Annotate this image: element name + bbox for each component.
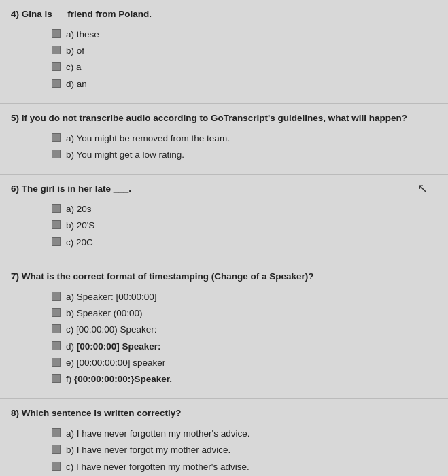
- question-8-text: 8) Which sentence is written correctly?: [11, 407, 437, 420]
- question-8-block: 8) Which sentence is written correctly? …: [0, 399, 448, 476]
- list-item: c) 20C: [52, 236, 437, 250]
- list-item: e) [00:00:00:00] speaker: [52, 356, 437, 370]
- list-item: b) I have never forgot my mother advice.: [52, 443, 437, 457]
- option-label-q8a: a) I have never forgotten my mother's ad…: [66, 427, 249, 441]
- question-7-options: a) Speaker: [00:00:00] b) Speaker (00:00…: [11, 290, 437, 387]
- option-label-q7f: f) {00:00:00:00:}Speaker.: [66, 373, 172, 386]
- question-8-options: a) I have never forgotten my mother's ad…: [11, 427, 437, 476]
- list-item: a) these: [52, 28, 437, 41]
- option-label-q4b: b) of: [66, 44, 84, 58]
- option-label-q8c: c) I have never forgotten my mother's ad…: [66, 460, 249, 474]
- checkbox-q8a[interactable]: [52, 428, 61, 437]
- list-item: d) [00:00:00] Speaker:: [52, 340, 437, 354]
- checkbox-q7e[interactable]: [52, 358, 61, 367]
- list-item: b) 20'S: [52, 219, 437, 233]
- option-label-q6c: c) 20C: [66, 236, 93, 250]
- option-label-q4c: c) a: [66, 61, 82, 74]
- checkbox-q5b[interactable]: [52, 150, 61, 158]
- checkbox-q7b[interactable]: [52, 308, 61, 317]
- list-item: b) You might get a low rating.: [52, 148, 437, 162]
- option-label-q4a: a) these: [66, 28, 99, 41]
- checkbox-q7d[interactable]: [52, 341, 61, 350]
- checkbox-q7f[interactable]: [52, 374, 61, 383]
- option-label-q4d: d) an: [66, 78, 87, 91]
- list-item: c) I have never forgotten my mother's ad…: [52, 460, 437, 474]
- option-label-q6b: b) 20'S: [66, 219, 94, 233]
- checkbox-q6c[interactable]: [52, 237, 61, 246]
- question-6-block: 6) The girl is in her late ___. a) 20s b…: [0, 175, 448, 262]
- option-label-q7d: d) [00:00:00] Speaker:: [66, 340, 161, 354]
- checkbox-q7c[interactable]: [52, 324, 61, 333]
- checkbox-q8b[interactable]: [52, 445, 61, 454]
- question-4-text: 4) Gina is __ friend from Poland.: [11, 8, 437, 21]
- list-item: a) Speaker: [00:00:00]: [52, 290, 437, 304]
- question-6-options: a) 20s b) 20'S c) 20C: [11, 203, 437, 250]
- list-item: a) 20s: [52, 203, 437, 216]
- question-7-text: 7) What is the correct format of timesta…: [11, 271, 437, 284]
- list-item: b) Speaker (00:00): [52, 307, 437, 320]
- question-4-options: a) these b) of c) a d) an: [11, 28, 437, 91]
- question-5-text: 5) If you do not transcribe audio accord…: [11, 112, 437, 125]
- list-item: b) of: [52, 44, 437, 58]
- question-7-block: 7) What is the correct format of timesta…: [0, 262, 448, 399]
- list-item: a) You might be removed from the team.: [52, 132, 437, 146]
- list-item: d) an: [52, 78, 437, 91]
- checkbox-q4d[interactable]: [52, 79, 61, 88]
- checkbox-q4c[interactable]: [52, 62, 61, 71]
- checkbox-q4a[interactable]: [52, 29, 61, 38]
- checkbox-q6a[interactable]: [52, 204, 61, 213]
- page: 4) Gina is __ friend from Poland. a) the…: [0, 0, 448, 476]
- question-5-block: 5) If you do not transcribe audio accord…: [0, 104, 448, 175]
- option-label-q7a: a) Speaker: [00:00:00]: [66, 290, 157, 304]
- checkbox-q6b[interactable]: [52, 220, 61, 229]
- option-label-q6a: a) 20s: [66, 203, 92, 216]
- checkbox-q8c[interactable]: [52, 462, 61, 471]
- checkbox-q7a[interactable]: [52, 292, 61, 301]
- option-label-q5a: a) You might be removed from the team.: [66, 132, 230, 146]
- list-item: a) I have never forgotten my mother's ad…: [52, 427, 437, 441]
- option-label-q7e: e) [00:00:00:00] speaker: [66, 356, 165, 370]
- option-label-q8b: b) I have never forgot my mother advice.: [66, 443, 230, 457]
- list-item: f) {00:00:00:00:}Speaker.: [52, 373, 437, 386]
- list-item: c) a: [52, 61, 437, 74]
- list-item: c) [00:00:00) Speaker:: [52, 323, 437, 337]
- option-label-q7c: c) [00:00:00) Speaker:: [66, 323, 157, 337]
- checkbox-q5a[interactable]: [52, 133, 61, 142]
- question-5-options: a) You might be removed from the team. b…: [11, 132, 437, 163]
- option-label-q5b: b) You might get a low rating.: [66, 148, 184, 162]
- question-6-text: 6) The girl is in her late ___.: [11, 183, 437, 196]
- question-4-block: 4) Gina is __ friend from Poland. a) the…: [0, 0, 448, 104]
- checkbox-q4b[interactable]: [52, 46, 61, 54]
- option-label-q7b: b) Speaker (00:00): [66, 307, 143, 320]
